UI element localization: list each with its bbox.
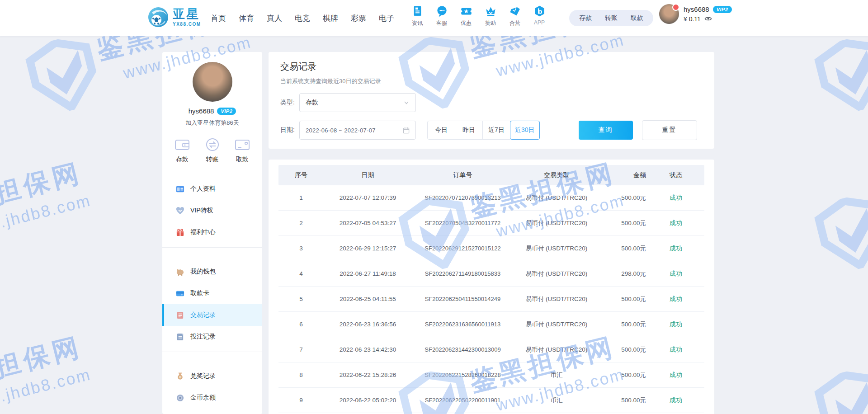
sidebar-item-profile[interactable]: 个人资料	[162, 178, 262, 200]
app-download-button[interactable]: APP	[527, 5, 552, 27]
sidebar-quick-actions: 存款 转账 取款	[162, 138, 262, 164]
nav-item-slots[interactable]: 电子	[373, 13, 401, 24]
news-icon	[411, 5, 424, 17]
nav-item-esports[interactable]: 电竞	[288, 13, 316, 24]
table-row: 3 2022-06-29 12:15:27 SF2022062912152700…	[278, 236, 704, 261]
eye-icon[interactable]	[704, 15, 712, 23]
page-subtitle: 当前系统支持查询最近30日的交易记录	[280, 77, 703, 85]
date-range-value: 2022-06-08 ~ 2022-07-07	[306, 127, 376, 134]
bet-record-icon	[176, 333, 184, 341]
quick-deposit-button[interactable]: 存款	[174, 138, 190, 164]
wallet-icon	[174, 138, 190, 151]
profile-sidebar: hys6688 VIP2 加入亚星体育第86天 存款 转账 取款 个人资料 VI…	[162, 52, 262, 414]
news-button[interactable]: 资讯	[405, 5, 429, 27]
range-segment: 今日 昨日 近7日 近30日	[427, 121, 540, 140]
quick-transfer-button[interactable]: 转账	[204, 138, 221, 164]
type-select-value: 存款	[306, 99, 318, 107]
vip-heart-icon	[176, 207, 184, 215]
divider	[162, 247, 262, 248]
support-button[interactable]: 客服	[429, 5, 454, 27]
quick-withdraw-button[interactable]: 取款	[234, 138, 250, 164]
chevron-down-icon	[403, 99, 410, 106]
filter-panel: 交易记录 当前系统支持查询最近30日的交易记录 类型: 存款 日期: 2022-…	[269, 52, 714, 149]
range-30days-button[interactable]: 近30日	[510, 121, 540, 140]
range-yesterday-button[interactable]: 昨日	[455, 121, 483, 140]
gem-icon	[509, 5, 521, 17]
status-badge: 成功	[648, 270, 704, 278]
medal-icon	[176, 372, 184, 381]
brand-logo[interactable]: 亚星 YX88.COM	[147, 6, 201, 28]
transfer-icon	[204, 138, 221, 151]
sidebar-item-vip[interactable]: VIP特权	[162, 200, 262, 221]
sidebar-item-bets[interactable]: 投注记录	[162, 326, 262, 348]
profile-avatar[interactable]	[193, 62, 232, 102]
table-row: 2 2022-07-05 04:53:27 SF2022070504532700…	[278, 211, 704, 236]
user-block: hys6688 VIP2 ¥ 0.11	[659, 4, 732, 24]
sidebar-item-wallet[interactable]: 我的钱包	[162, 261, 262, 282]
brand-subtitle: YX88.COM	[173, 22, 201, 27]
crown-icon	[485, 5, 497, 17]
table-row: 4 2022-06-27 11:49:18 SF2022062711491800…	[278, 261, 704, 287]
nav-item-sports[interactable]: 体育	[232, 13, 260, 24]
table-row: 9 2022-06-22 05:02:20 SF2022062205022000…	[278, 388, 704, 413]
avatar[interactable]	[659, 4, 679, 24]
promo-button[interactable]: 优惠	[454, 5, 478, 27]
type-select[interactable]: 存款	[299, 93, 416, 112]
status-badge: 成功	[648, 346, 704, 354]
status-badge: 成功	[648, 219, 704, 227]
sidebar-item-transactions[interactable]: 交易记录	[162, 304, 262, 326]
table-row: 7 2022-06-23 14:42:30 SF2022062314423000…	[278, 337, 704, 362]
notification-dot	[672, 4, 679, 11]
status-badge: 成功	[648, 194, 704, 202]
balance-value: ¥ 0.11	[684, 15, 701, 23]
main-nav: 首页 体育 真人 电竞 棋牌 彩票 电子	[204, 0, 401, 36]
nav-item-home[interactable]: 首页	[204, 13, 232, 24]
status-badge: 成功	[648, 245, 704, 253]
watermark: 鉴黑担保网www.jhdb8.com	[808, 326, 868, 414]
transaction-doc-icon	[176, 311, 184, 320]
sidebar-item-withdraw-card[interactable]: 取款卡	[162, 282, 262, 304]
table-row: 5 2022-06-25 04:11:55 SF2022062504115500…	[278, 287, 704, 312]
username[interactable]: hys6688	[684, 5, 709, 13]
wallet-pill: 存款 转账 取款	[569, 10, 653, 26]
sidebar-item-prizes[interactable]: 兑奖记录	[162, 365, 262, 387]
date-range-input[interactable]: 2022-06-08 ~ 2022-07-07	[299, 121, 416, 140]
sidebar-item-coins[interactable]: 金币余额	[162, 387, 262, 409]
profile-vip-badge: VIP2	[217, 108, 236, 115]
bank-card-icon	[234, 138, 250, 151]
status-badge: 成功	[648, 396, 704, 405]
sponsor-button[interactable]: 赞助	[478, 5, 503, 27]
sidebar-item-welfare[interactable]: 福利中心	[162, 221, 262, 243]
app-icon	[533, 5, 546, 17]
table-header: 序号 日期 订单号 交易类型 金额 状态	[278, 165, 704, 185]
piggy-bank-icon	[176, 268, 184, 276]
deposit-link[interactable]: 存款	[579, 14, 592, 22]
nav-item-live[interactable]: 真人	[260, 13, 288, 24]
status-badge: 成功	[648, 371, 704, 379]
id-card-icon	[176, 185, 184, 193]
sidebar-item-messages[interactable]: 消息中心 99+	[162, 409, 262, 414]
divider	[162, 352, 262, 352]
date-label: 日期:	[280, 126, 299, 134]
table-row: 6 2022-06-23 16:36:56 SF2022062316365600…	[278, 312, 704, 337]
status-badge: 成功	[648, 320, 704, 329]
top-navbar: 亚星 YX88.COM 首页 体育 真人 电竞 棋牌 彩票 电子 资讯 客服 优…	[0, 0, 868, 36]
football-logo-icon	[147, 6, 169, 28]
nav-icon-group: 资讯 客服 优惠 赞助 合营 APP	[405, 5, 552, 27]
card-icon	[176, 289, 184, 298]
table-row: 8 2022-06-22 15:28:26 SF2022062215282600…	[278, 362, 704, 388]
range-today-button[interactable]: 今日	[427, 121, 455, 140]
transfer-link[interactable]: 转账	[605, 14, 618, 22]
watermark: 鉴黑担保网www.jhdb8.com	[808, 152, 868, 277]
nav-item-lottery[interactable]: 彩票	[344, 13, 373, 24]
range-7days-button[interactable]: 近7日	[482, 121, 510, 140]
coin-icon	[176, 394, 184, 402]
reset-button[interactable]: 重置	[642, 120, 697, 140]
profile-username: hys6688	[189, 107, 214, 115]
nav-item-chess[interactable]: 棋牌	[316, 13, 344, 24]
withdraw-link[interactable]: 取款	[631, 14, 643, 22]
query-button[interactable]: 查询	[579, 121, 633, 140]
sidebar-menu: 个人资料 VIP特权 福利中心 我的钱包 取款卡 交易记录 投注记录	[162, 178, 262, 414]
partner-button[interactable]: 合营	[503, 5, 527, 27]
transactions-panel: 序号 日期 订单号 交易类型 金额 状态 1 2022-07-07 12:07:…	[269, 160, 714, 414]
